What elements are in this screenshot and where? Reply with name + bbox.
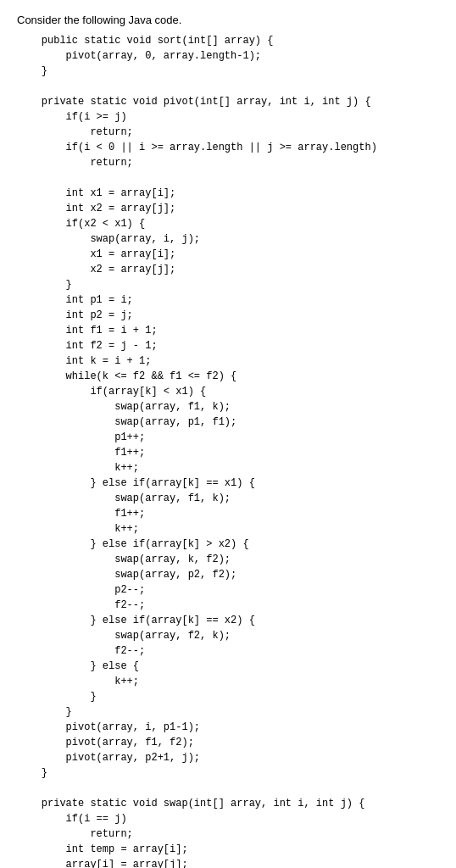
code-block: public static void sort(int[] array) { p… [17,33,439,868]
intro-text: Consider the following Java code. [17,14,439,26]
